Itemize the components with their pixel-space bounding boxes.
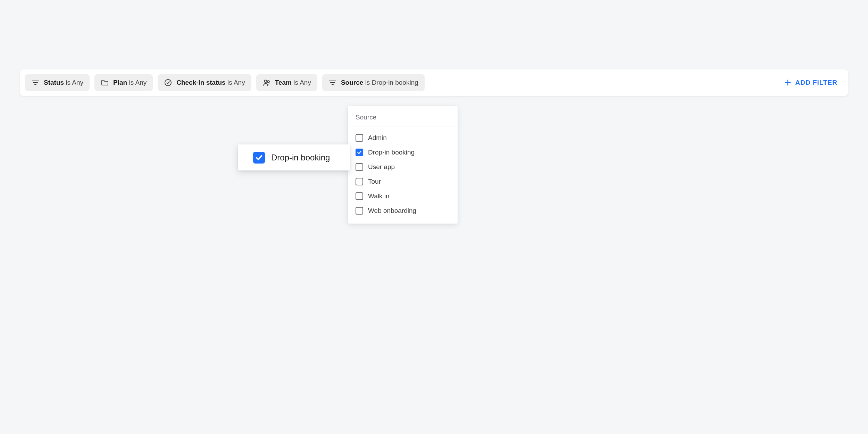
filter-chip-checkin-status[interactable]: Check-in status is Any xyxy=(158,74,251,91)
chip-value: Any xyxy=(300,79,311,86)
dropdown-item-web-onboarding[interactable]: Web onboarding xyxy=(348,203,458,218)
chip-label: Check-in status xyxy=(176,79,225,86)
checkbox-checked[interactable] xyxy=(356,149,363,156)
dropdown-item-label: User app xyxy=(368,163,395,171)
chip-operator: is xyxy=(66,79,70,86)
chip-text: Source is Drop-in booking xyxy=(341,79,418,86)
checkbox[interactable] xyxy=(356,207,363,215)
highlight-label: Drop-in booking xyxy=(271,153,330,162)
chip-operator: is xyxy=(227,79,232,86)
chip-text: Status is Any xyxy=(44,79,83,86)
filter-chip-plan[interactable]: Plan is Any xyxy=(94,74,153,91)
chip-text: Check-in status is Any xyxy=(176,79,245,86)
chip-label: Source xyxy=(341,79,363,86)
chip-value: Any xyxy=(72,79,83,86)
checkbox[interactable] xyxy=(356,192,363,200)
dropdown-item-user-app[interactable]: User app xyxy=(348,160,458,174)
chip-value: Drop-in booking xyxy=(372,79,418,86)
source-dropdown: Source Admin Drop-in booking User app To… xyxy=(348,106,458,224)
folder-icon xyxy=(101,78,109,87)
svg-point-5 xyxy=(267,81,269,83)
chip-text: Plan is Any xyxy=(113,79,147,86)
chip-label: Plan xyxy=(113,79,127,86)
chip-value: Any xyxy=(135,79,147,86)
checkbox-checked[interactable] xyxy=(253,152,265,164)
chip-value: Any xyxy=(234,79,245,86)
filter-bar: Status is Any Plan is Any Check-in statu… xyxy=(20,69,544,96)
checkbox[interactable] xyxy=(356,134,363,142)
check-circle-icon xyxy=(164,78,172,87)
svg-point-4 xyxy=(264,80,267,83)
chip-text: Team is Any xyxy=(275,79,311,86)
filter-icon xyxy=(328,78,337,87)
svg-point-3 xyxy=(165,80,171,86)
dropdown-title: Source xyxy=(348,106,458,126)
dropdown-item-drop-in-booking[interactable]: Drop-in booking xyxy=(348,145,458,160)
dropdown-item-label: Web onboarding xyxy=(368,207,416,215)
checkbox[interactable] xyxy=(356,178,363,185)
filter-chip-team[interactable]: Team is Any xyxy=(256,74,317,91)
dropdown-item-label: Admin xyxy=(368,134,387,142)
filter-chip-status[interactable]: Status is Any xyxy=(25,74,90,91)
dropdown-items: Admin Drop-in booking User app Tour Walk… xyxy=(348,126,458,224)
checkbox[interactable] xyxy=(356,163,363,171)
chip-label: Team xyxy=(275,79,292,86)
dropdown-item-admin[interactable]: Admin xyxy=(348,131,458,145)
chip-operator: is xyxy=(365,79,370,86)
dropdown-item-label: Walk in xyxy=(368,192,390,200)
team-icon xyxy=(262,78,271,87)
filter-chip-source[interactable]: Source is Drop-in booking xyxy=(322,74,425,91)
dropdown-item-label: Drop-in booking xyxy=(368,149,415,156)
dropdown-item-tour[interactable]: Tour xyxy=(348,174,458,189)
dropdown-item-walk-in[interactable]: Walk in xyxy=(348,189,458,203)
dropdown-item-label: Tour xyxy=(368,178,381,185)
chip-operator: is xyxy=(129,79,134,86)
highlight-card: Drop-in booking xyxy=(238,144,350,170)
filter-icon xyxy=(31,78,40,87)
chip-operator: is xyxy=(293,79,298,86)
chip-label: Status xyxy=(44,79,64,86)
